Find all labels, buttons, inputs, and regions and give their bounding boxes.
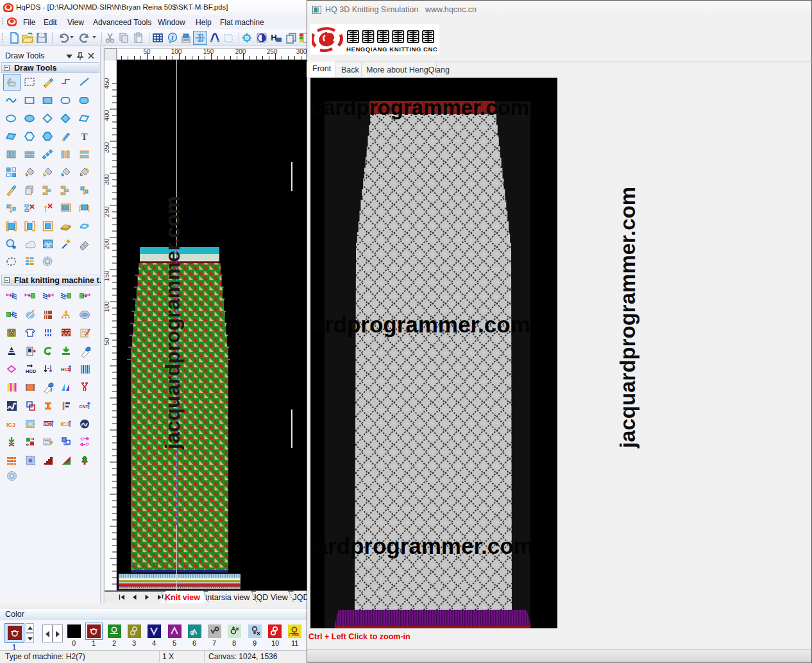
svg-text:i: i	[172, 34, 174, 41]
svg-text:200: 200	[235, 48, 246, 55]
svg-text:50: 50	[143, 48, 151, 55]
svg-text:400: 400	[105, 110, 110, 121]
svg-text:250: 250	[105, 206, 110, 217]
svg-text:450: 450	[105, 78, 110, 89]
svg-text:50: 50	[105, 338, 110, 345]
svg-text:300: 300	[296, 48, 307, 55]
svg-text:150: 150	[203, 48, 214, 55]
svg-text:350: 350	[105, 142, 110, 153]
svg-text:250: 250	[267, 48, 278, 55]
svg-text:100: 100	[171, 48, 182, 55]
svg-text:ICJ: ICJ	[6, 422, 15, 428]
svg-text:300: 300	[105, 174, 110, 185]
svg-text:CNT: CNT	[80, 404, 89, 409]
svg-text:200: 200	[105, 238, 110, 249]
svg-text:150: 150	[105, 270, 110, 281]
svg-text:ICJ: ICJ	[61, 421, 70, 427]
svg-text:icon: icon	[183, 38, 189, 42]
svg-text:HCD: HCD	[26, 368, 37, 374]
svg-text:T: T	[81, 132, 87, 142]
svg-text:J: J	[50, 388, 53, 392]
svg-text:100: 100	[105, 301, 110, 312]
